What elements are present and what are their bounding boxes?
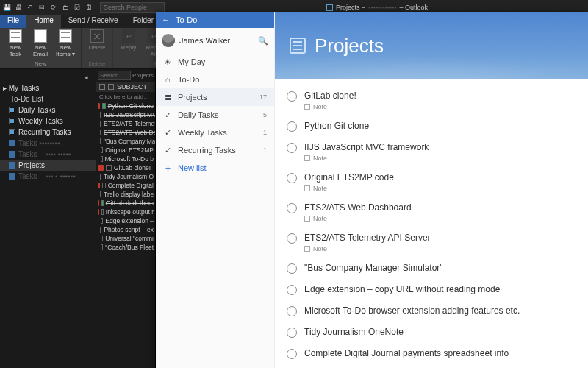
back-button[interactable]: ← bbox=[162, 15, 170, 24]
complete-circle[interactable] bbox=[287, 143, 297, 153]
todo-item-title: ETS2/ATS Web Dashboard bbox=[304, 202, 412, 213]
todo-user-row[interactable]: James Walker 🔍 bbox=[156, 28, 274, 53]
task-row[interactable]: Original ETS2MP bbox=[96, 146, 155, 155]
todo-menu-item[interactable]: ⌂To-Do bbox=[156, 71, 274, 88]
todo-item[interactable]: Microsoft To-Do browser extension adding… bbox=[285, 300, 578, 322]
send-icon[interactable]: ✉ bbox=[38, 4, 46, 11]
tab-home[interactable]: Home bbox=[26, 15, 61, 28]
task-row[interactable]: Edge extension – bbox=[96, 216, 155, 225]
task-row[interactable]: GitLab dark them bbox=[96, 199, 155, 208]
new-email-button[interactable]: New Email bbox=[29, 29, 51, 60]
delete-button[interactable]: Delete bbox=[86, 29, 108, 60]
task-column-header[interactable]: SUBJECT bbox=[96, 82, 155, 92]
add-task-row[interactable]: Click here to add… bbox=[96, 92, 155, 102]
new-list-label: New list bbox=[178, 163, 207, 172]
complete-checkbox[interactable] bbox=[100, 227, 101, 233]
complete-checkbox[interactable] bbox=[101, 200, 104, 206]
complete-circle[interactable] bbox=[287, 203, 297, 213]
new-items-button[interactable]: New Items ▾ bbox=[54, 29, 76, 60]
complete-checkbox[interactable] bbox=[101, 209, 104, 215]
task-row[interactable]: GitLab clone! bbox=[96, 163, 155, 172]
todo-item[interactable]: Complete Digital Journal payments spread… bbox=[285, 343, 578, 364]
todo-item[interactable]: IIJS JavaScript MVC frameworkNote bbox=[285, 137, 578, 167]
complete-checkbox[interactable] bbox=[101, 244, 103, 250]
todo-menu-item[interactable]: ✓Daily Tasks5 bbox=[156, 106, 274, 124]
calendar-icon[interactable]: 🗓 bbox=[85, 4, 93, 11]
task-row[interactable]: Universal "commi bbox=[96, 234, 155, 243]
task-row[interactable]: IIJS JavaScript MV bbox=[96, 110, 155, 119]
tab-file[interactable]: File bbox=[0, 15, 26, 28]
complete-checkbox[interactable] bbox=[102, 103, 105, 109]
task-row[interactable]: Inkscape output r bbox=[96, 208, 155, 216]
task-row[interactable]: ETS2/ATS Telemetr bbox=[96, 119, 155, 128]
todo-item[interactable]: ETS2/ATS Web DashboardNote bbox=[285, 197, 578, 227]
complete-checkbox[interactable] bbox=[101, 236, 103, 241]
task-row[interactable]: Microsoft To-Do b bbox=[96, 155, 155, 163]
reply-button[interactable]: Reply bbox=[118, 29, 140, 60]
todo-item[interactable]: Tidy Journalism OneNote bbox=[285, 322, 578, 343]
complete-checkbox[interactable] bbox=[102, 183, 105, 188]
add-todo-input[interactable]: + Add a to-do bbox=[285, 364, 578, 368]
task-row[interactable]: "Bus Company Ma bbox=[96, 137, 155, 146]
search-icon[interactable]: 🔍 bbox=[258, 36, 268, 46]
complete-checkbox[interactable] bbox=[100, 130, 101, 135]
todo-item[interactable]: Python Git clone bbox=[285, 116, 578, 137]
task-row[interactable]: Photos script – ex bbox=[96, 225, 155, 234]
complete-circle[interactable] bbox=[287, 328, 297, 338]
task-row[interactable]: Tidy Journalism O bbox=[96, 172, 155, 181]
complete-circle[interactable] bbox=[287, 263, 297, 274]
complete-circle[interactable] bbox=[287, 173, 297, 183]
task-row[interactable]: Trello display labe bbox=[96, 190, 155, 199]
undo-icon[interactable]: ↶ bbox=[26, 4, 34, 11]
sync-icon[interactable]: ⟳ bbox=[50, 4, 57, 11]
task-search-input[interactable] bbox=[98, 71, 131, 80]
new-task-button[interactable]: New Task bbox=[4, 29, 26, 60]
complete-circle[interactable] bbox=[287, 121, 297, 132]
sidebar-item[interactable]: Tasks – ▪▪▪ ▪ ▪▪▪▪▪▪ bbox=[0, 171, 96, 182]
todo-item[interactable]: Edge extension – copy URL without readin… bbox=[285, 279, 578, 300]
my-tasks-header[interactable]: ▸ My Tasks bbox=[0, 82, 96, 93]
collapse-folder-pane-button[interactable]: ◂ bbox=[80, 72, 93, 82]
sidebar-item[interactable]: Tasks – ▪▪▪▪ ▪▪▪▪▪ bbox=[0, 149, 96, 160]
todo-item[interactable]: GitLab clone!Note bbox=[285, 85, 578, 116]
todo-menu-item[interactable]: ☀My Day bbox=[156, 53, 274, 71]
complete-circle[interactable] bbox=[287, 91, 297, 102]
sidebar-item[interactable]: Tasks ▪▪▪▪▪▪▪▪ bbox=[0, 138, 96, 149]
complete-checkbox[interactable] bbox=[100, 191, 101, 197]
save-icon[interactable]: 💾 bbox=[3, 4, 10, 11]
complete-checkbox[interactable] bbox=[100, 138, 101, 144]
task-row[interactable]: ETS2/ATS Web Da bbox=[96, 128, 155, 137]
task-row[interactable]: Python Git clone bbox=[96, 102, 155, 110]
todo-item[interactable]: "Bus Company Manager Simulator" bbox=[285, 258, 578, 279]
task-search-scope[interactable]: Projects bbox=[132, 72, 154, 79]
complete-checkbox[interactable] bbox=[100, 112, 101, 118]
complete-checkbox[interactable] bbox=[100, 174, 101, 180]
todo-icon[interactable]: ☑ bbox=[74, 4, 81, 11]
archive-icon[interactable]: 🗀 bbox=[62, 4, 69, 11]
sidebar-item[interactable]: Projects bbox=[0, 160, 96, 171]
print-icon[interactable]: 🖶 bbox=[15, 4, 22, 11]
task-row[interactable]: Complete Digital bbox=[96, 181, 155, 190]
to-do-list-link[interactable]: To-Do List bbox=[0, 93, 96, 105]
sidebar-item[interactable]: Weekly Tasks bbox=[0, 116, 96, 127]
complete-checkbox[interactable] bbox=[101, 147, 103, 153]
complete-checkbox[interactable] bbox=[100, 121, 101, 127]
task-row[interactable]: "Coach/Bus Fleet bbox=[96, 243, 155, 252]
search-people-input[interactable] bbox=[100, 2, 165, 13]
complete-checkbox[interactable] bbox=[101, 218, 103, 224]
complete-checkbox[interactable] bbox=[101, 156, 103, 162]
complete-circle[interactable] bbox=[287, 349, 297, 359]
new-list-button[interactable]: ＋ New list bbox=[156, 159, 274, 177]
tab-send-receive[interactable]: Send / Receive bbox=[61, 15, 126, 28]
complete-circle[interactable] bbox=[287, 285, 297, 295]
todo-menu-item[interactable]: ≣Projects17 bbox=[156, 88, 274, 106]
complete-checkbox[interactable] bbox=[106, 165, 112, 171]
todo-item[interactable]: Original ETS2MP codeNote bbox=[285, 167, 578, 197]
sidebar-item[interactable]: Daily Tasks bbox=[0, 105, 96, 116]
complete-circle[interactable] bbox=[287, 306, 297, 316]
todo-menu-item[interactable]: ✓Recurring Tasks1 bbox=[156, 141, 274, 159]
sidebar-item[interactable]: Recurring Tasks bbox=[0, 127, 96, 138]
todo-menu-item[interactable]: ✓Weekly Tasks1 bbox=[156, 124, 274, 141]
todo-item[interactable]: ETS2/ATS Telemetry API ServerNote bbox=[285, 227, 578, 258]
complete-circle[interactable] bbox=[287, 233, 297, 244]
